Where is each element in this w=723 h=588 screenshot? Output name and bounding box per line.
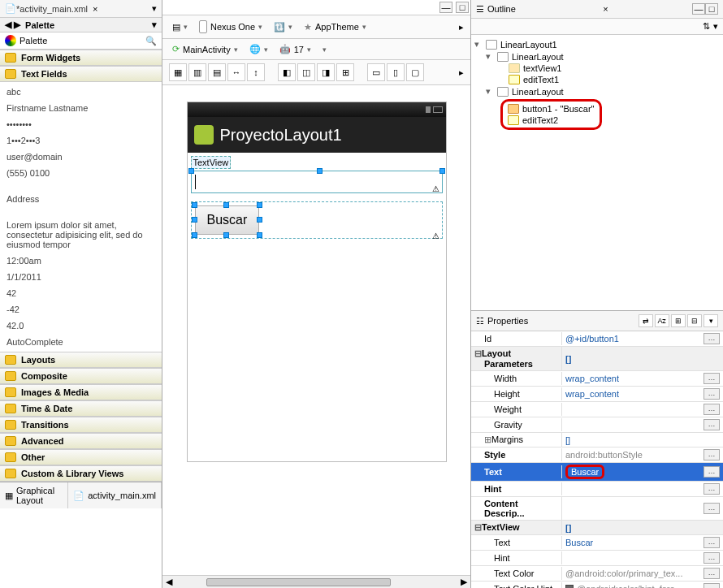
api-selector[interactable]: 🤖 17 ▾ xyxy=(276,42,314,56)
list-item[interactable]: 42 xyxy=(0,285,162,301)
locale-selector[interactable]: 🌐▾ xyxy=(246,42,271,56)
theme-selector[interactable]: ★ AppTheme ▾ xyxy=(301,20,370,34)
prop-row-gravity[interactable]: Gravity … xyxy=(471,417,723,433)
more-button[interactable]: … xyxy=(704,583,720,588)
tool-btn-9[interactable]: ⊞ xyxy=(336,63,354,81)
tree-node-edittext2[interactable]: editText2 xyxy=(508,115,595,126)
prop-value[interactable]: … xyxy=(562,402,723,417)
category-transitions[interactable]: Transitions xyxy=(0,417,162,433)
more-button[interactable]: … xyxy=(704,466,720,478)
more-button[interactable]: … xyxy=(704,449,720,460)
tree-node-linear1[interactable]: ▾ LinearLayout xyxy=(474,50,720,63)
chevron-down-icon[interactable]: ▾ xyxy=(152,3,157,14)
textview-widget[interactable]: TextView xyxy=(191,156,232,169)
prop-value[interactable]: wrap_content… xyxy=(562,371,723,386)
close-icon[interactable]: × xyxy=(603,4,608,14)
more-button[interactable]: … xyxy=(704,483,720,495)
extras-selector[interactable]: ▾ xyxy=(319,44,330,55)
prop-section-layout-params[interactable]: ⊟Layout Parameters [] xyxy=(471,347,723,371)
prop-value[interactable]: Buscar… xyxy=(562,535,723,550)
more-button[interactable]: … xyxy=(704,503,720,514)
prop-value[interactable]: … xyxy=(562,417,723,432)
tool-btn-10[interactable]: ▭ xyxy=(367,63,385,81)
prop-row-text[interactable]: Text Buscar… xyxy=(471,463,723,482)
tool-btn-4[interactable]: ↔ xyxy=(227,63,245,81)
props-menu[interactable]: ▾ xyxy=(704,314,718,327)
category-images-media[interactable]: Images & Media xyxy=(0,384,162,400)
prop-row-hint[interactable]: Hint … xyxy=(471,482,723,497)
prop-value[interactable]: @android:color/primary_tex...… xyxy=(562,566,723,581)
prop-row-tv-hint[interactable]: Hint … xyxy=(471,551,723,566)
list-item[interactable]: Lorem ipsum dolor sit amet, consectetur … xyxy=(0,217,162,253)
activity-selector[interactable]: ⟳ MainActivity ▾ xyxy=(169,42,241,56)
collapse-icon[interactable]: ▾ xyxy=(486,51,494,62)
more-button[interactable]: … xyxy=(704,552,720,564)
tree-node-edittext1[interactable]: editText1 xyxy=(474,74,720,85)
prop-section-textview[interactable]: ⊟TextView [] xyxy=(471,521,723,535)
prop-row-margins[interactable]: ⊞Margins [] xyxy=(471,433,723,447)
category-text-fields[interactable]: Text Fields xyxy=(0,66,162,82)
tab-activity-xml[interactable]: 📄 activity_main.xml xyxy=(68,482,162,508)
list-item[interactable]: Address xyxy=(0,191,162,207)
props-tool-2[interactable]: Aᴢ xyxy=(655,314,669,327)
list-item[interactable]: user@domain xyxy=(0,149,162,165)
tool-btn-1[interactable]: ▦ xyxy=(169,63,187,81)
tree-node-textview1[interactable]: textView1 xyxy=(474,63,720,74)
tool-btn-11[interactable]: ▯ xyxy=(387,63,405,81)
chevron-right-icon[interactable]: ▸ xyxy=(459,67,464,78)
prop-row-weight[interactable]: Weight … xyxy=(471,402,723,417)
tab-graphical-layout[interactable]: ▦ Graphical Layout xyxy=(0,482,68,508)
prop-row-width[interactable]: Width wrap_content… xyxy=(471,371,723,387)
buscar-button[interactable]: Buscar xyxy=(195,205,260,235)
more-button[interactable]: … xyxy=(704,419,720,430)
props-tool-4[interactable]: ⊟ xyxy=(687,314,702,327)
chevron-right-icon[interactable]: ▸ xyxy=(459,22,464,32)
category-composite[interactable]: Composite xyxy=(0,368,162,384)
more-button[interactable]: … xyxy=(704,373,720,384)
prop-value[interactable]: wrap_content… xyxy=(562,387,723,401)
collapse-icon[interactable]: ▾ xyxy=(474,39,483,50)
outline-tree[interactable]: ▾ LinearLayout1 ▾ LinearLayout textView1… xyxy=(471,35,723,311)
tool-btn-2[interactable]: ▥ xyxy=(188,63,206,81)
props-tool-1[interactable]: ⇄ xyxy=(639,314,653,327)
category-other[interactable]: Other xyxy=(0,449,162,465)
more-button[interactable]: … xyxy=(704,537,720,548)
horizontal-scrollbar[interactable]: ◀ ▶ xyxy=(162,575,470,588)
device-selector[interactable]: Nexus One ▾ xyxy=(196,19,266,35)
category-layouts[interactable]: Layouts xyxy=(0,352,162,368)
prop-value[interactable]: [] xyxy=(562,434,723,447)
prop-row-id[interactable]: Id @+id/button1… xyxy=(471,331,723,347)
minimize-button[interactable]: — xyxy=(439,2,452,13)
design-canvas[interactable]: ProyectoLayout1 TextView ⚠ Buscar xyxy=(162,85,470,575)
prop-value[interactable]: … xyxy=(562,501,723,516)
prop-value[interactable]: @+id/button1… xyxy=(562,331,723,346)
sort-icon[interactable]: ⇅ xyxy=(703,21,710,32)
category-advanced[interactable]: Advanced xyxy=(0,433,162,449)
file-tab[interactable]: 📄 *activity_main.xml × ▾ xyxy=(0,0,162,18)
list-item[interactable]: Firstname Lastname xyxy=(0,100,162,116)
prop-value[interactable]: … xyxy=(562,551,723,565)
tool-btn-6[interactable]: ◧ xyxy=(278,63,296,81)
prop-value[interactable]: … xyxy=(562,482,723,496)
tool-btn-7[interactable]: ◫ xyxy=(297,63,315,81)
category-time-date[interactable]: Time & Date xyxy=(0,400,162,417)
props-tool-3[interactable]: ⊞ xyxy=(671,314,686,327)
tree-node-root[interactable]: ▾ LinearLayout1 xyxy=(474,38,720,50)
list-item[interactable]: AutoComplete xyxy=(0,334,162,350)
more-button[interactable]: … xyxy=(704,333,720,344)
tree-node-linear2[interactable]: ▾ LinearLayout xyxy=(474,85,720,97)
prop-row-style[interactable]: Style android:buttonStyle… xyxy=(471,447,723,463)
prop-row-content-desc[interactable]: Content Descrip... … xyxy=(471,497,723,521)
list-item[interactable]: (555) 0100 xyxy=(0,165,162,181)
minimize-button[interactable]: — xyxy=(692,3,705,15)
orientation-selector[interactable]: 🔃▾ xyxy=(271,20,296,34)
phone-body[interactable]: TextView ⚠ Buscar xyxy=(188,153,446,461)
category-custom-library[interactable]: Custom & Library Views xyxy=(0,465,162,482)
tool-btn-8[interactable]: ◨ xyxy=(317,63,335,81)
linear-layout-horizontal[interactable]: Buscar ⚠ xyxy=(191,201,443,239)
maximize-button[interactable]: □ xyxy=(456,2,469,13)
tree-node-button1[interactable]: button1 - "Buscar" xyxy=(508,103,595,115)
list-item[interactable]: abc xyxy=(0,84,162,100)
prop-value[interactable]: @android:color/hint_fore...… xyxy=(562,582,723,588)
prop-value[interactable]: Buscar… xyxy=(562,463,723,481)
